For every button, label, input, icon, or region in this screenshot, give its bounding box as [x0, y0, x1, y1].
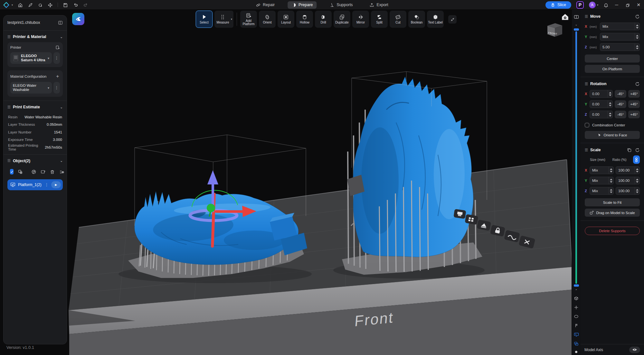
drag-on-model-to-scale-button[interactable]: Drag on Model to Scale [585, 209, 640, 217]
tool-mirror[interactable]: Mirror [352, 11, 369, 28]
move-reset-icon[interactable] [635, 14, 640, 19]
home-button[interactable] [18, 2, 23, 8]
tab-prepare[interactable]: Prepare [288, 1, 317, 9]
launch-button[interactable] [28, 2, 33, 8]
add-printer-icon[interactable] [55, 45, 60, 50]
combination-center-checkbox[interactable] [585, 123, 589, 127]
material-options-button[interactable]: ⋮ [53, 82, 60, 94]
section-printer-material[interactable]: ☰ Printer & Material ⌄ [7, 31, 63, 42]
rotation-reset-icon[interactable] [635, 81, 640, 86]
collapse-sidebar-icon[interactable] [58, 20, 63, 25]
rotation-y-stepper[interactable] [608, 101, 612, 108]
printer-dropdown[interactable]: ELEGOO Saturn 4 Ultra ▾ [10, 52, 52, 64]
add-material-icon[interactable]: ＋ [55, 73, 60, 79]
scale-y-ratio-stepper[interactable] [635, 177, 639, 184]
orbit-button[interactable] [38, 2, 43, 8]
rotation-x-input[interactable] [590, 92, 608, 96]
gizmo-x-shaft[interactable] [215, 210, 244, 213]
chevron-down-icon[interactable]: ⌄ [60, 35, 63, 39]
rotation-x-stepper[interactable] [608, 90, 612, 97]
view-navigation-cube[interactable]: FRONT [545, 21, 564, 39]
move-y-input[interactable] [600, 35, 635, 39]
object-item-platform-1[interactable]: Platform_1(2) ⋮ ▶ [7, 179, 63, 190]
tool-text-label[interactable]: A Text Label [427, 11, 444, 28]
scene-button-printer[interactable] [453, 209, 466, 219]
tool-cut[interactable]: Cut [390, 11, 406, 28]
object-expand-button[interactable]: ▶ [51, 181, 61, 188]
flag-tool-icon[interactable] [574, 322, 579, 328]
layer-panel-icon[interactable] [574, 14, 579, 20]
scale-to-fit-button[interactable]: Scale to Fit [585, 198, 640, 206]
scale-y-size-input[interactable] [590, 179, 609, 182]
scale-x-size-input[interactable] [590, 168, 609, 172]
strip-expand-chevron-icon[interactable]: ⌃ [575, 289, 578, 292]
tab-supports[interactable]: Supports [326, 1, 357, 9]
viewport-3d-scene[interactable]: Front [0, 10, 644, 355]
delete-supports-button[interactable]: Delete Supports [585, 227, 640, 235]
measure-dropdown-caret[interactable]: ▾ [230, 11, 233, 28]
redo-button[interactable] [83, 2, 89, 8]
ellipse-tool-icon[interactable] [574, 313, 579, 319]
tool-duplicate[interactable]: Duplicate [334, 11, 350, 28]
rotate-y-minus45-button[interactable]: -45° [615, 100, 626, 108]
slice-button[interactable]: Slice [545, 1, 571, 9]
layer-slider-bottom-handle[interactable] [574, 284, 579, 287]
close-button[interactable]: ✕ [636, 2, 641, 7]
move-x-stepper[interactable] [635, 23, 639, 30]
save-button[interactable] [63, 2, 68, 8]
rotate-x-plus45-button[interactable]: +45° [628, 90, 640, 98]
scale-z-ratio-stepper[interactable] [635, 187, 639, 194]
scale-y-ratio-input[interactable] [616, 179, 635, 182]
tool-add-platform[interactable]: Add Platform [240, 11, 257, 28]
rotate-x-minus45-button[interactable]: -45° [615, 90, 626, 98]
tool-boolean[interactable]: Boolean [408, 11, 425, 28]
material-dropdown[interactable]: ELEGO Water Washable ▾ [10, 82, 52, 94]
notifications-button[interactable] [603, 2, 609, 8]
tool-measure[interactable]: Measure [214, 11, 231, 28]
clip-box-icon[interactable] [574, 295, 579, 301]
group-objects-icon[interactable] [18, 169, 23, 175]
view-toggle-screen-icon[interactable] [574, 331, 579, 337]
rotate-z-plus45-button[interactable]: +45° [628, 111, 640, 118]
orient-to-face-button[interactable]: Orient to Face [585, 131, 640, 139]
layer-slider-top-handle[interactable] [574, 28, 579, 31]
tool-split[interactable]: Split [371, 11, 388, 28]
chevron-down-icon[interactable]: ⌄ [60, 105, 63, 109]
tool-drill[interactable]: Drill [315, 11, 332, 28]
new-frame-icon[interactable] [41, 169, 46, 175]
scale-z-ratio-input[interactable] [616, 189, 635, 193]
object-checkbox-icon[interactable] [10, 182, 15, 187]
move-z-stepper[interactable] [635, 44, 639, 51]
model-axis-visibility-button[interactable] [629, 347, 640, 353]
scale-z-size-stepper[interactable] [609, 187, 613, 194]
rotation-z-stepper[interactable] [608, 111, 612, 118]
on-platform-button[interactable]: On Platform [585, 65, 640, 73]
tool-layout[interactable]: Layout [278, 11, 294, 28]
app-logo-icon[interactable] [3, 2, 9, 8]
section-print-estimate[interactable]: ☰ Print Estimate ⌄ [7, 102, 63, 113]
tool-hollow[interactable]: Hollow [296, 11, 313, 28]
app-menu-caret[interactable]: ▾ [12, 4, 13, 6]
scale-copy-icon[interactable] [627, 147, 632, 152]
move-x-input[interactable] [600, 25, 635, 28]
section-view-icon[interactable] [574, 304, 579, 310]
scale-x-ratio-stepper[interactable] [635, 167, 639, 174]
visibility-list-icon[interactable] [59, 169, 65, 175]
tool-orient[interactable]: Orient [259, 11, 276, 28]
tab-export[interactable]: Export [366, 1, 392, 9]
scale-z-size-input[interactable] [590, 189, 609, 193]
printer-options-button[interactable]: ⋮ [53, 52, 60, 64]
scale-reset-icon[interactable] [635, 147, 640, 152]
undo-button[interactable] [73, 2, 78, 8]
object-options-button[interactable]: ⋮ [45, 182, 49, 187]
chevron-down-icon[interactable]: ⌄ [60, 159, 63, 163]
center-button[interactable]: Center [585, 54, 640, 63]
view-toggle-overlap-icon[interactable] [574, 340, 579, 346]
assistant-logo-button[interactable] [72, 13, 84, 25]
rotate-z-minus45-button[interactable]: -45° [615, 111, 626, 118]
account-menu[interactable]: ▾ [589, 2, 598, 8]
select-all-checkbox[interactable] [10, 169, 14, 174]
section-objects[interactable]: ☰ Object(2) ⌄ [7, 155, 63, 166]
scale-y-size-stepper[interactable] [609, 177, 613, 184]
move-y-stepper[interactable] [635, 33, 639, 40]
